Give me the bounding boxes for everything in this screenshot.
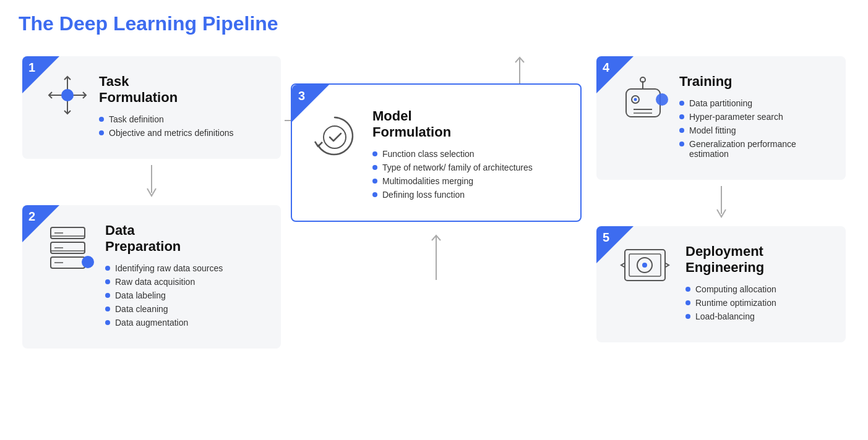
card1-list: Task definition Objective and metrics de… (99, 114, 264, 138)
down-arrow-2 (593, 184, 849, 222)
card-model-formulation: 3 ModelFormulation (291, 83, 582, 222)
list-item: Data labeling (105, 290, 264, 300)
card-deployment-engineering: 5 (596, 226, 846, 342)
list-item: Computing allocation (685, 284, 828, 294)
card4-body: Training Data partitioning Hyper-paramet… (614, 74, 828, 163)
card5-title: DeploymentEngineering (685, 243, 828, 276)
crosshair-icon (46, 74, 89, 117)
connector-svg-bottom (285, 231, 588, 280)
bottom-connector (285, 231, 588, 280)
card5-list: Computing allocation Runtime optimizatio… (685, 284, 828, 321)
database-icon (46, 222, 95, 278)
card5-body: DeploymentEngineering Computing allocati… (614, 243, 828, 325)
card4-title: Training (679, 74, 828, 90)
card1-content: TaskFormulation Task definition Objectiv… (99, 74, 264, 142)
svg-point-15 (324, 126, 346, 148)
list-item: Raw data acquisition (105, 277, 264, 287)
monitor-icon (620, 243, 676, 293)
svg-point-21 (634, 98, 637, 101)
list-item: Objective and metrics definitions (99, 128, 264, 138)
list-item: Load-balancing (685, 311, 828, 321)
card2-title: DataPreparation (105, 222, 264, 255)
list-item: Type of network/ family of architectures (372, 163, 565, 172)
card3-content: ModelFormulation Function class selectio… (372, 108, 565, 203)
svg-point-2 (61, 89, 74, 101)
list-item: Data partitioning (679, 98, 828, 108)
gear-icon (307, 108, 363, 164)
card4-list: Data partitioning Hyper-parameter search… (679, 98, 828, 159)
title-highlight: Pipeline (202, 12, 278, 35)
list-item: Function class selection (372, 149, 565, 159)
list-item: Runtime optimization (685, 298, 828, 308)
card4-icon (614, 74, 669, 129)
svg-point-22 (656, 93, 668, 106)
card5-icon (614, 243, 676, 293)
card2-list: Identifying raw data sources Raw data ac… (105, 263, 264, 328)
list-item: Hyper-parameter search (679, 112, 828, 122)
left-column: 1 (19, 53, 285, 352)
list-item: Model fitting (679, 125, 828, 135)
svg-point-12 (82, 256, 94, 268)
title-prefix: The Deep Learning (19, 12, 202, 35)
card1-title: TaskFormulation (99, 74, 264, 106)
list-item: Multimodalities merging (372, 176, 565, 186)
card-task-formulation: 1 (22, 56, 281, 159)
card1-body: TaskFormulation Task definition Objectiv… (40, 74, 264, 142)
card3-title: ModelFormulation (372, 108, 565, 140)
card-training: 4 (596, 56, 846, 180)
card4-content: Training Data partitioning Hyper-paramet… (679, 74, 828, 163)
down-arrow-1 (19, 163, 285, 201)
card3-body: ModelFormulation Function class selectio… (307, 102, 565, 203)
list-item: Identifying raw data sources (105, 263, 264, 273)
svg-point-29 (642, 263, 647, 268)
list-item: Defining loss function (372, 190, 565, 200)
list-item: Data augmentation (105, 318, 264, 328)
card3-icon (307, 108, 363, 164)
card5-content: DeploymentEngineering Computing allocati… (685, 243, 828, 325)
card2-body: DataPreparation Identifying raw data sou… (40, 222, 264, 331)
list-item: Task definition (99, 114, 264, 124)
robot-icon (620, 74, 669, 129)
right-column: 4 (588, 53, 849, 352)
card2-icon (40, 222, 95, 278)
list-item: Generalization performance estimation (679, 139, 828, 159)
page-title: The Deep Learning Pipeline (19, 12, 849, 35)
card1-icon (40, 74, 89, 117)
list-item: Data cleaning (105, 304, 264, 314)
card3-list: Function class selection Type of network… (372, 149, 565, 200)
pipeline-layout: 1 (19, 53, 849, 352)
card-data-preparation: 2 (22, 205, 281, 349)
card2-content: DataPreparation Identifying raw data sou… (105, 222, 264, 331)
